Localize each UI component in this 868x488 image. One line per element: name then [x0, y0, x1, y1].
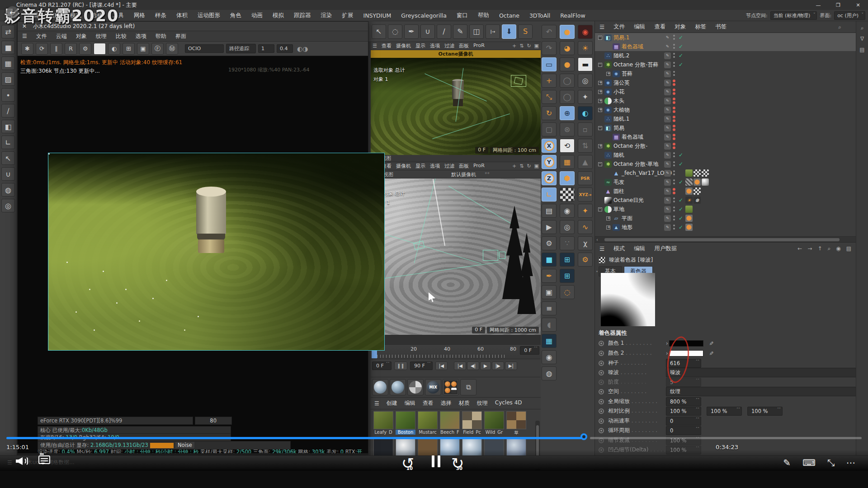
- hatch-tag-thumbnail[interactable]: [685, 178, 693, 186]
- command-icon[interactable]: ▢: [542, 122, 557, 136]
- command-icon[interactable]: PSR: [578, 171, 593, 185]
- material-thumbnail[interactable]: Field_Pc: [462, 411, 482, 436]
- command-icon[interactable]: ●: [560, 25, 575, 39]
- tool-icon[interactable]: ■: [1, 41, 15, 54]
- keyframe-radio[interactable]: [599, 361, 604, 366]
- keyframe-radio[interactable]: [599, 408, 604, 414]
- menu-item[interactable]: 对象: [76, 33, 87, 40]
- material-thumbnail[interactable]: Wild_Gr: [484, 411, 504, 436]
- tool-icon[interactable]: ∟: [1, 136, 15, 149]
- viewport-nav-icon[interactable]: ↻: [527, 163, 531, 169]
- transport-button[interactable]: ▶|: [505, 361, 517, 370]
- command-icon[interactable]: ∿: [578, 220, 593, 234]
- edit-pencil-icon[interactable]: ✎: [664, 179, 671, 186]
- visibility-dots[interactable]: [673, 152, 675, 154]
- dot-tag-thumbnail[interactable]: [685, 224, 693, 231]
- object-row[interactable]: 平面 ✎: [595, 214, 856, 223]
- edit-pencil-icon[interactable]: ✎: [664, 61, 671, 68]
- material-thumbnail[interactable]: Leafy_D: [373, 411, 393, 436]
- object-manager-hscroll[interactable]: ‹: [595, 236, 856, 242]
- viewer-tool-icon[interactable]: ▣: [137, 43, 149, 55]
- command-icon[interactable]: ⊕: [560, 106, 575, 120]
- samples-field[interactable]: 1: [258, 44, 274, 53]
- command-icon[interactable]: ▶: [542, 220, 557, 234]
- command-icon[interactable]: ▲: [578, 155, 593, 169]
- tool-icon[interactable]: ◎: [1, 199, 15, 212]
- relative-scale-field[interactable]: 100 %: [707, 407, 742, 416]
- object-label[interactable]: 随机.1: [613, 115, 629, 123]
- object-row[interactable]: Octane 分散-草地 ✎: [595, 160, 856, 169]
- visibility-dots[interactable]: [673, 98, 675, 100]
- object-label[interactable]: 随机: [613, 151, 624, 159]
- volume-button[interactable]: [14, 455, 32, 467]
- goto-start-button[interactable]: |◀: [435, 361, 448, 370]
- viewport-menu-item[interactable]: 查看: [382, 42, 392, 49]
- edge-icon[interactable]: ∇: [860, 36, 864, 42]
- menu-item[interactable]: Cycles 4D: [495, 399, 522, 407]
- menu-item[interactable]: 用户数据: [654, 245, 677, 253]
- menu-item[interactable]: 角色: [230, 12, 241, 19]
- command-icon[interactable]: ▦: [560, 155, 575, 169]
- command-icon[interactable]: ◯: [560, 74, 575, 88]
- object-label[interactable]: 苔藓: [622, 70, 632, 78]
- object-label[interactable]: 着色器域: [622, 133, 643, 141]
- object-row[interactable]: _fech_Var17_LOD0 ✎: [595, 169, 856, 178]
- viewport-nav-icon[interactable]: ⇅: [519, 163, 524, 169]
- toolbar-icon[interactable]: ✎: [453, 24, 467, 39]
- annotate-button[interactable]: ✎: [783, 457, 791, 468]
- sun-tag-thumbnail[interactable]: [685, 197, 693, 204]
- hamburger-icon[interactable]: ☰: [599, 245, 604, 252]
- viewport-menu-item[interactable]: 摄像机: [396, 42, 411, 49]
- tool-icon[interactable]: ↖: [1, 151, 15, 165]
- command-icon[interactable]: ∵: [560, 236, 575, 250]
- expand-toggle[interactable]: [598, 144, 602, 148]
- edge-icon[interactable]: ⌕: [861, 25, 864, 31]
- menu-item[interactable]: Octane: [499, 12, 519, 19]
- eyedropper-icon[interactable]: ✎: [708, 341, 714, 345]
- menu-item[interactable]: 运动图形: [198, 12, 220, 19]
- enable-state-icon[interactable]: [678, 43, 684, 50]
- command-icon[interactable]: ▦: [560, 188, 575, 202]
- visibility-dots[interactable]: [673, 188, 675, 191]
- edit-pencil-icon[interactable]: ✎: [664, 197, 671, 204]
- object-row[interactable]: 木头 ✎: [595, 96, 856, 105]
- transport-button[interactable]: ▶: [480, 361, 491, 370]
- menu-item[interactable]: 创建: [387, 399, 397, 407]
- command-icon[interactable]: ✦: [578, 90, 593, 104]
- viewport-menu-item[interactable]: 显示: [415, 163, 425, 169]
- toolbar-icon[interactable]: ∕: [437, 24, 451, 39]
- visibility-dots[interactable]: [673, 80, 675, 82]
- visibility-dots[interactable]: [673, 161, 675, 163]
- visibility-dots[interactable]: [673, 134, 675, 136]
- command-icon[interactable]: ◉: [578, 25, 593, 39]
- enable-state-icon[interactable]: [678, 215, 684, 221]
- minimize-button[interactable]: —: [808, 0, 828, 10]
- menu-item[interactable]: 标签: [695, 23, 706, 31]
- more-button[interactable]: ⋯: [846, 457, 855, 468]
- object-row[interactable]: 着色器域 ✎: [595, 42, 856, 51]
- transport-button[interactable]: |◀: [454, 361, 466, 370]
- edit-pencil-icon[interactable]: ✎: [664, 89, 671, 95]
- back-button[interactable]: ←: [6, 6, 19, 19]
- command-icon[interactable]: ↻: [542, 106, 557, 120]
- object-row[interactable]: 着色器域 ✎: [595, 132, 856, 141]
- edit-pencil-icon[interactable]: ✎: [664, 52, 671, 59]
- object-label[interactable]: 简易.1: [613, 34, 629, 42]
- menu-item[interactable]: 样条: [155, 12, 166, 19]
- enable-state-icon[interactable]: [678, 206, 684, 212]
- space-dropdown[interactable]: 纹理: [666, 387, 868, 396]
- command-icon[interactable]: ◯: [560, 90, 575, 104]
- ocio-dropdown[interactable]: OCIO: [185, 44, 224, 53]
- visibility-dots[interactable]: [673, 225, 675, 226]
- header-icon[interactable]: ⌕: [827, 245, 830, 252]
- visibility-dots[interactable]: [673, 62, 675, 64]
- interface-dropdown[interactable]: oc (用户): [834, 11, 865, 20]
- enable-state-icon[interactable]: [678, 52, 684, 59]
- expand-toggle[interactable]: [606, 225, 610, 230]
- relative-scale-field[interactable]: 100 %: [747, 407, 783, 416]
- search-icon[interactable]: ⌕: [838, 23, 841, 31]
- command-icon[interactable]: X: [542, 139, 557, 153]
- edit-pencil-icon[interactable]: ✎: [664, 116, 671, 122]
- keyframe-radio[interactable]: [599, 341, 604, 346]
- object-row[interactable]: 苔藓 ✎: [595, 69, 856, 78]
